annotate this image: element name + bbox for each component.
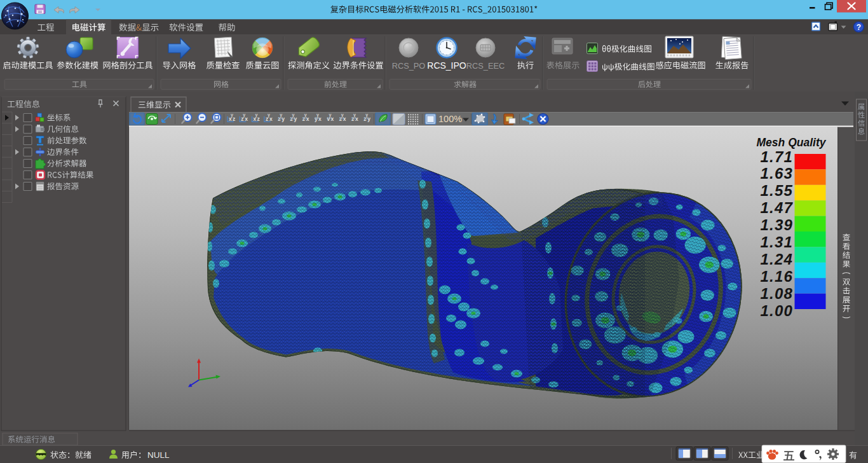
svg-text:100%: 100% [438, 114, 462, 124]
svg-text:y: y [292, 113, 295, 118]
svg-text:y: y [341, 113, 344, 118]
svg-text:1.31: 1.31 [760, 233, 793, 251]
svg-text:1.71: 1.71 [760, 148, 793, 165]
svg-text:y: y [243, 113, 245, 118]
svg-text:?: ? [857, 23, 861, 32]
svg-text:y: y [268, 113, 270, 118]
svg-text:1.55: 1.55 [760, 182, 793, 199]
svg-text:1.24: 1.24 [760, 251, 793, 268]
svg-text:RCS_IPO: RCS_IPO [427, 60, 466, 71]
svg-text:y: y [304, 113, 307, 118]
svg-text:y: y [316, 113, 319, 118]
svg-text:y: y [280, 113, 282, 118]
svg-text:1.08: 1.08 [760, 285, 793, 302]
svg-text:RCS_PO: RCS_PO [392, 61, 426, 71]
svg-text:NULL: NULL [147, 450, 170, 460]
svg-text:1.63: 1.63 [760, 165, 793, 182]
svg-text:1.16: 1.16 [760, 268, 793, 285]
svg-text:RCS_EEC: RCS_EEC [466, 61, 505, 71]
svg-text:y: y [255, 113, 258, 118]
svg-text:y: y [353, 113, 356, 118]
svg-text:y: y [329, 113, 331, 118]
svg-text:1.39: 1.39 [760, 216, 793, 233]
svg-text:1.47: 1.47 [760, 199, 793, 216]
svg-text:y: y [365, 113, 368, 118]
svg-text:Mesh Quality: Mesh Quality [757, 136, 827, 149]
svg-text:1.00: 1.00 [760, 302, 793, 319]
svg-text:y: y [231, 113, 233, 118]
